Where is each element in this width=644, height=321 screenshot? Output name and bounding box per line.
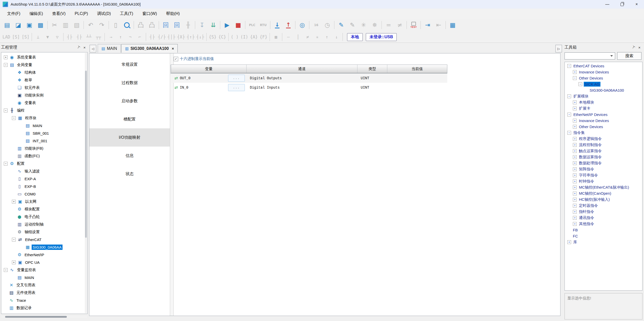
- device-nav-3[interactable]: 槽配置: [89, 110, 170, 128]
- ladder-tool-6-0[interactable]: ( ): [230, 33, 239, 41]
- tree-item[interactable]: ▥运动控制轴: [1, 220, 87, 228]
- expand-toggle-icon[interactable]: +: [4, 55, 8, 59]
- batch-download-button[interactable]: ⇊: [208, 20, 219, 30]
- tree-item[interactable]: ▣功能块实例: [1, 91, 87, 99]
- ladder-tool-2-3[interactable]: ┬┬: [94, 33, 103, 41]
- upload-from-plc-button[interactable]: ↑: [283, 20, 294, 30]
- menu-h[interactable]: 帮助(H): [163, 10, 183, 18]
- hex-decimal-toggle-button[interactable]: 16: [311, 20, 322, 30]
- tree-item[interactable]: +通讯指令: [565, 215, 642, 221]
- expand-toggle-icon[interactable]: +: [573, 186, 577, 189]
- tree-item[interactable]: +程序逻辑指令: [565, 136, 642, 142]
- tree-item[interactable]: ◉变量表: [1, 99, 87, 107]
- insert-row-button[interactable]: =: [383, 20, 394, 30]
- expand-toggle-icon[interactable]: +: [12, 200, 16, 204]
- tree-item[interactable]: +Inovance Devices: [565, 117, 642, 124]
- expand-toggle-icon[interactable]: +: [573, 179, 577, 183]
- restore-button[interactable]: [615, 0, 629, 9]
- menu-w[interactable]: 窗口(W): [139, 10, 160, 18]
- open-project-button[interactable]: ◪: [13, 20, 24, 30]
- tree-item[interactable]: +HC轴控(脉冲输入): [565, 196, 642, 203]
- force-write-button[interactable]: ✎: [336, 20, 347, 30]
- save-all-button[interactable]: ▩: [35, 20, 46, 30]
- delete-button[interactable]: ▯: [110, 20, 121, 30]
- undo-button[interactable]: ↶: [85, 20, 96, 30]
- device-nav-0[interactable]: 常规设置: [89, 55, 170, 74]
- expand-toggle-icon[interactable]: +: [573, 222, 577, 226]
- device-nav-2[interactable]: 启动参数: [89, 92, 170, 110]
- tree-item[interactable]: −指令集: [565, 130, 642, 136]
- tree-item[interactable]: +矩阵指令: [565, 166, 642, 172]
- pin-icon[interactable]: ⊤: [75, 45, 82, 50]
- tree-item[interactable]: ▤MAIN: [1, 274, 87, 281]
- tree-item[interactable]: +MC轴控(EtherCAT&脉冲输出): [565, 184, 642, 190]
- expand-toggle-icon[interactable]: +: [573, 125, 577, 129]
- close-button[interactable]: ×: [629, 0, 644, 9]
- expand-toggle-icon[interactable]: +: [12, 260, 16, 264]
- minimize-button[interactable]: —: [600, 0, 615, 9]
- tree-item[interactable]: +▣OPC UA: [1, 258, 87, 266]
- stop-button[interactable]: ■: [233, 20, 244, 30]
- ladder-tool-3-0[interactable]: →: [106, 33, 116, 41]
- export-window-button[interactable]: 回: [171, 20, 183, 30]
- tree-item[interactable]: ▥函数(FC): [1, 152, 87, 160]
- login-button[interactable]: ⇥: [422, 20, 433, 30]
- menu-d[interactable]: 调试(D): [94, 10, 114, 18]
- device-nav-6[interactable]: 状态: [89, 165, 170, 183]
- tree-item[interactable]: +数据运算指令: [565, 154, 642, 160]
- expand-toggle-icon[interactable]: +: [573, 192, 577, 195]
- tree-item[interactable]: +Other Devices: [565, 124, 642, 130]
- expand-toggle-icon[interactable]: +: [567, 240, 571, 244]
- tree-item[interactable]: +数据处理指令: [565, 160, 642, 166]
- monitor-button[interactable]: ◎: [297, 20, 308, 30]
- plc-mode-button[interactable]: PLC: [247, 20, 258, 30]
- collapse-toggle-icon[interactable]: −: [573, 76, 577, 80]
- expand-toggle-icon[interactable]: +: [573, 216, 577, 220]
- collapse-toggle-icon[interactable]: −: [567, 94, 571, 98]
- tab-close-icon[interactable]: ×: [172, 46, 174, 51]
- tree-item[interactable]: −EtherNet/IP Devices: [565, 111, 642, 117]
- new-project-button[interactable]: ▤: [2, 20, 13, 30]
- ladder-tool-8-5[interactable]: ↓: [332, 33, 341, 41]
- import-file-button[interactable]: ↧: [196, 20, 208, 30]
- tree-item[interactable]: −EtherCAT Devices: [565, 63, 642, 69]
- local-connection-button[interactable]: 本地: [347, 33, 363, 41]
- ladder-tool-8-3[interactable]: ✳: [312, 33, 322, 41]
- tree-item[interactable]: ❏软元件表: [1, 84, 87, 91]
- tab-scroll-right-button[interactable]: ▷: [555, 45, 562, 52]
- ladder-tool-4-0[interactable]: ┤├: [147, 33, 157, 41]
- usb-test-button[interactable]: TEST: [408, 20, 419, 30]
- expand-toggle-icon[interactable]: +: [573, 167, 577, 171]
- tree-item[interactable]: +扩展卡: [565, 105, 642, 111]
- tree-item[interactable]: +其他指令: [565, 221, 642, 227]
- ladder-tool-4-3[interactable]: ┤X├: [176, 33, 186, 41]
- search-button[interactable]: [121, 20, 132, 30]
- cut-button[interactable]: ✂: [49, 20, 60, 30]
- collapse-toggle-icon[interactable]: −: [4, 63, 8, 67]
- ladder-tool-6-1[interactable]: (I): [239, 33, 249, 41]
- tree-item[interactable]: +时钟指令: [565, 178, 642, 184]
- ladder-tool-1-0[interactable]: ⊥: [33, 33, 43, 41]
- ladder-tool-2-0[interactable]: ┤├: [65, 33, 74, 41]
- tree-item[interactable]: FC: [565, 233, 642, 239]
- expand-toggle-icon[interactable]: +: [573, 70, 577, 74]
- toolbox-pin-icon[interactable]: ⊤: [630, 45, 636, 50]
- tree-item[interactable]: ▦SIG300_0A06AA: [1, 243, 87, 251]
- tab-main[interactable]: ▤ MAIN: [98, 44, 121, 53]
- ladder-tool-3-1[interactable]: ↑: [116, 33, 125, 41]
- cascade-windows-button[interactable]: 回: [160, 20, 171, 30]
- login-status-button[interactable]: 未登录::USB: [366, 33, 397, 41]
- tree-item[interactable]: ❖枚举: [1, 76, 87, 84]
- ladder-tool-2-2[interactable]: ┴┴: [84, 33, 94, 41]
- tree-item[interactable]: ▯EXP-A: [1, 175, 87, 183]
- tree-item[interactable]: SIG300-0A06AA100: [565, 87, 642, 93]
- menu-v[interactable]: 查看(V): [49, 10, 69, 18]
- redo-button[interactable]: ↷: [96, 20, 107, 30]
- tree-item[interactable]: +字符串指令: [565, 172, 642, 178]
- ladder-tool-0-2[interactable]: [S]: [21, 33, 30, 41]
- expand-toggle-icon[interactable]: +: [573, 143, 577, 147]
- edit-online-button[interactable]: ✎: [347, 20, 358, 30]
- tree-item[interactable]: +触点运算指令: [565, 148, 642, 154]
- expand-toggle-icon[interactable]: +: [573, 204, 577, 208]
- menu-f[interactable]: 文件(F): [4, 10, 24, 18]
